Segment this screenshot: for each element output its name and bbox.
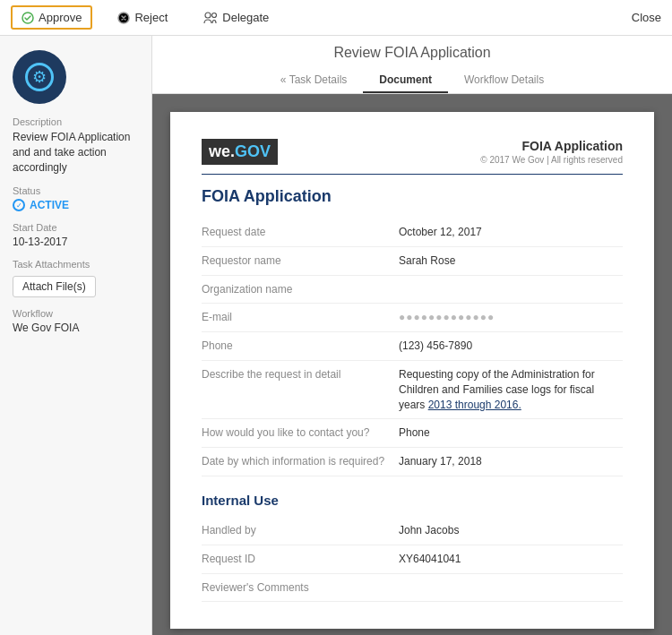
doc-title-main: FOIA Application [480,139,623,153]
form-row-contact-method: How would you like to contact you? Phone [202,419,623,448]
svg-point-2 [205,13,211,18]
form-row-describe: Describe the request in detail Requestin… [202,361,623,419]
sidebar: ⚙ Description Review FOIA Application an… [0,36,152,635]
attach-files-button[interactable]: Attach File(s) [13,276,96,297]
org-name-value [399,282,623,297]
toolbar: Approve Reject Delegate Close [0,0,672,36]
describe-link[interactable]: 2013 through 2016. [428,399,521,411]
request-date-label: Request date [202,225,399,240]
reviewer-comments-value [399,580,623,596]
content-area: Review FOIA Application « Task Details D… [152,36,672,635]
describe-value: Requesting copy of the Administration fo… [399,367,623,412]
contact-method-label: How would you like to contact you? [202,425,399,441]
status-icon [13,199,25,211]
form-row-org-name: Organization name [202,276,623,305]
document-container: we.GOV FOIA Application © 2017 We Gov | … [152,94,672,635]
date-required-label: Date by which information is required? [202,454,399,469]
phone-value: (123) 456-7890 [399,339,623,354]
request-id-value: XY64041041 [399,552,623,567]
tabs: « Task Details Document Workflow Details [152,68,672,93]
handled-by-label: Handled by [202,523,399,538]
email-label: E-mail [202,310,399,325]
reviewer-comments-label: Reviewer's Comments [202,580,399,596]
phone-label: Phone [202,339,399,354]
doc-copyright: © 2017 We Gov | All rights reserved [480,155,623,165]
doc-header: we.GOV FOIA Application © 2017 We Gov | … [202,139,623,165]
logo-we: we. [209,142,235,160]
delegate-button[interactable]: Delegate [193,5,280,30]
form-row-request-date: Request date October 12, 2017 [202,219,623,247]
form-row-phone: Phone (123) 456-7890 [202,332,623,361]
reject-button[interactable]: Reject [107,5,178,30]
doc-title-block: FOIA Application © 2017 We Gov | All rig… [480,139,623,165]
start-date-value: 10-13-2017 [13,236,139,248]
x-icon [117,12,130,24]
approve-button[interactable]: Approve [11,5,92,30]
doc-divider [202,174,623,175]
page-title: Review FOIA Application [152,45,672,61]
page-header: Review FOIA Application « Task Details D… [152,36,672,94]
org-name-label: Organization name [202,282,399,297]
toolbar-actions: Approve Reject Delegate [11,5,280,30]
requestor-name-value: Sarah Rose [399,253,623,269]
describe-label: Describe the request in detail [202,367,399,412]
form-row-requestor-name: Requestor name Sarah Rose [202,247,623,276]
gear-icon: ⚙ [25,63,54,91]
form-row-date-required: Date by which information is required? J… [202,448,623,476]
svg-point-3 [212,13,217,17]
logo-gov: GOV [235,142,271,160]
request-date-value: October 12, 2017 [399,225,623,240]
logo-box: we.GOV [202,139,278,165]
handled-by-value: John Jacobs [399,523,623,538]
contact-method-value: Phone [399,425,623,441]
close-button[interactable]: Close [632,11,661,24]
status-value: ACTIVE [30,199,69,211]
tab-document[interactable]: Document [363,68,448,93]
main-layout: ⚙ Description Review FOIA Application an… [0,36,672,635]
form-row-email: E-mail ●●●●●●●●●●●●● [202,304,623,332]
workflow-label: Workflow [13,308,139,319]
avatar: ⚙ [13,50,66,104]
logo: we.GOV [202,139,278,165]
requestor-name-label: Requestor name [202,253,399,269]
workflow-value: We Gov FOIA [13,322,139,334]
internal-section-title: Internal Use [202,493,623,508]
tab-workflow-details[interactable]: Workflow Details [448,68,560,93]
check-icon [22,12,34,24]
form-row-reviewer-comments: Reviewer's Comments [202,574,623,603]
description-label: Description [13,116,139,127]
tab-task-details[interactable]: « Task Details [264,68,363,93]
status-label: Status [13,185,139,196]
description-text: Review FOIA Application and and take act… [13,130,139,175]
form-row-request-id: Request ID XY64041041 [202,545,623,574]
email-value: ●●●●●●●●●●●●● [399,310,623,325]
status-badge: ACTIVE [13,199,139,211]
date-required-value: January 17, 2018 [399,454,623,469]
document-paper: we.GOV FOIA Application © 2017 We Gov | … [170,112,654,629]
delegate-icon [203,12,218,24]
attachments-label: Task Attachments [13,259,139,270]
start-date-label: Start Date [13,222,139,233]
form-row-handled-by: Handled by John Jacobs [202,517,623,545]
request-id-label: Request ID [202,552,399,567]
foia-section-title: FOIA Application [202,187,623,206]
